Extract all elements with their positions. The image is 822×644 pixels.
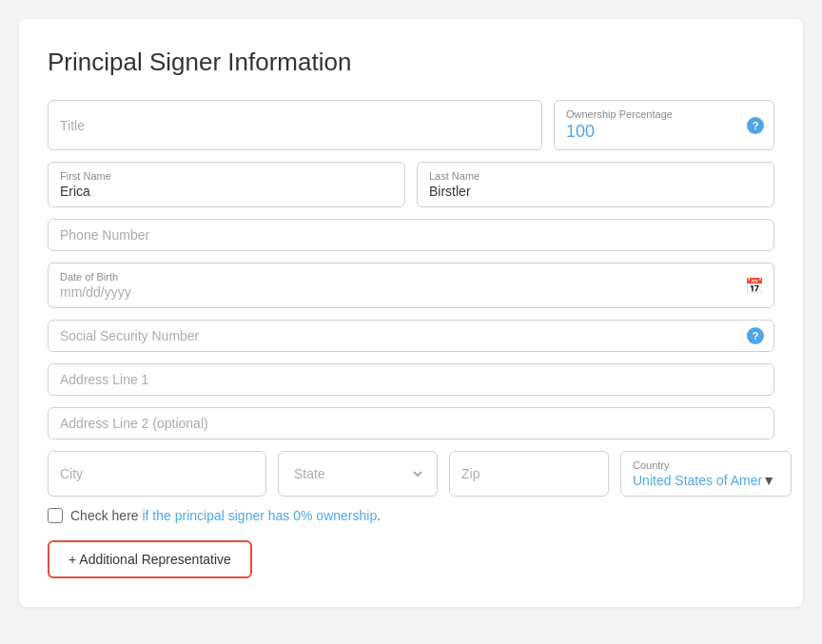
checkbox-label: Check here if the principal signer has 0… bbox=[70, 508, 381, 523]
state-field[interactable]: State bbox=[278, 451, 438, 497]
ssn-help-icon[interactable]: ? bbox=[747, 327, 764, 344]
checkbox-link[interactable]: if the principal signer has 0% ownership bbox=[142, 508, 377, 523]
principal-signer-form: Principal Signer Information Ownership P… bbox=[19, 19, 803, 607]
first-name-input[interactable] bbox=[60, 184, 393, 199]
ownership-field[interactable]: Ownership Percentage 100 ? bbox=[554, 100, 774, 150]
ownership-checkbox[interactable] bbox=[48, 508, 63, 523]
row-location: State Country United States of Amer▼ bbox=[48, 451, 774, 497]
last-name-label: Last Name bbox=[429, 170, 762, 182]
row-title-ownership: Ownership Percentage 100 ? bbox=[48, 100, 774, 150]
dob-label: Date of Birth bbox=[60, 271, 735, 283]
last-name-field[interactable]: Last Name bbox=[417, 162, 774, 207]
address1-field[interactable] bbox=[48, 363, 774, 396]
ownership-label: Ownership Percentage bbox=[566, 108, 762, 120]
row-name: First Name Last Name bbox=[48, 162, 774, 207]
row-address1 bbox=[48, 363, 774, 396]
row-ssn: ? bbox=[48, 320, 774, 352]
address1-input[interactable] bbox=[60, 372, 762, 387]
zip-field[interactable] bbox=[449, 451, 609, 497]
last-name-input[interactable] bbox=[429, 184, 762, 199]
add-representative-button[interactable]: + Additional Representative bbox=[48, 540, 252, 578]
title-field[interactable] bbox=[48, 100, 542, 150]
calendar-icon[interactable]: 📅 bbox=[745, 277, 764, 295]
row-dob: Date of Birth 📅 bbox=[48, 263, 774, 308]
country-label: Country bbox=[633, 459, 779, 471]
address2-input[interactable] bbox=[60, 416, 762, 431]
ssn-field[interactable]: ? bbox=[48, 320, 774, 352]
phone-field[interactable] bbox=[48, 219, 774, 251]
city-input[interactable] bbox=[60, 466, 254, 481]
ownership-help-icon[interactable]: ? bbox=[747, 117, 764, 134]
ssn-input[interactable] bbox=[60, 328, 735, 343]
country-value: United States of Amer▼ bbox=[633, 473, 779, 488]
title-input[interactable] bbox=[60, 118, 530, 133]
page-title: Principal Signer Information bbox=[48, 48, 774, 77]
dob-input[interactable] bbox=[60, 284, 735, 300]
state-select[interactable]: State bbox=[290, 465, 425, 482]
first-name-label: First Name bbox=[60, 170, 393, 182]
dob-field[interactable]: Date of Birth 📅 bbox=[48, 263, 774, 308]
row-phone bbox=[48, 219, 774, 251]
address2-field[interactable] bbox=[48, 407, 774, 439]
phone-input[interactable] bbox=[60, 227, 762, 243]
row-address2 bbox=[48, 407, 774, 439]
country-field[interactable]: Country United States of Amer▼ bbox=[620, 451, 792, 497]
ownership-checkbox-row: Check here if the principal signer has 0… bbox=[48, 508, 774, 523]
zip-input[interactable] bbox=[461, 466, 597, 481]
first-name-field[interactable]: First Name bbox=[48, 162, 405, 207]
ownership-value: 100 bbox=[566, 122, 762, 142]
city-field[interactable] bbox=[48, 451, 266, 497]
